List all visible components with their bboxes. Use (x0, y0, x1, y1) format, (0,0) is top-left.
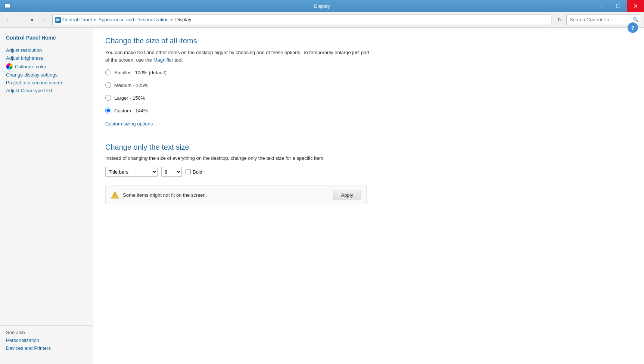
font-size-select[interactable]: 6 7 8 9 10 11 12 (161, 167, 182, 177)
refresh-button[interactable]: ↻ (554, 15, 565, 25)
calibrate-color-icon (6, 63, 13, 70)
radio-larger-input[interactable] (105, 95, 111, 101)
section2-title: Change only the text size (105, 143, 632, 152)
svg-rect-2 (6, 8, 9, 9)
radio-smaller-label: Smaller - 100% (default) (114, 70, 167, 75)
sidebar-calibrate-color[interactable]: Calibrate color (0, 62, 93, 71)
window-controls: – □ ✕ (592, 0, 644, 12)
breadcrumb-appearance[interactable]: Appearance and Personalization (99, 17, 169, 22)
radio-medium-label: Medium - 125% (114, 83, 148, 88)
radio-medium[interactable]: Medium - 125% (105, 82, 632, 88)
sidebar-personalization[interactable]: Personalization (0, 336, 93, 344)
warning-icon: ! (111, 191, 119, 199)
radio-smaller-input[interactable] (105, 69, 111, 75)
text-item-select[interactable]: Title bars Menus Message boxes Palette t… (105, 167, 158, 177)
section1-desc: You can make text and other items on the… (105, 49, 632, 63)
search-icon: 🔍 (633, 17, 639, 22)
text-size-row: Title bars Menus Message boxes Palette t… (105, 167, 632, 177)
help-button[interactable]: ? (628, 28, 638, 33)
radio-smaller[interactable]: Smaller - 100% (default) (105, 69, 632, 75)
section1-desc-text3: tool. (175, 57, 184, 63)
warning-text: Some items might not fit on the screen. (123, 192, 207, 198)
sidebar-change-display-settings[interactable]: Change display settings (0, 71, 93, 79)
sidebar-adjust-brightness[interactable]: Adjust brightness (0, 54, 93, 62)
magnifier-link[interactable]: Magnifier (153, 57, 173, 63)
see-also-label: See also (0, 329, 93, 336)
warning-left: ! Some items might not fit on the screen… (111, 191, 207, 199)
bold-checkbox-label[interactable]: Bold (186, 169, 202, 175)
app-icon (4, 2, 11, 10)
up-button[interactable]: ↑ (39, 15, 49, 25)
section1-desc-text2: of the screen, use the (105, 57, 152, 63)
radio-custom-label: Custom - 144% (114, 108, 148, 113)
breadcrumb-sep-2: ► (170, 18, 174, 22)
content-area: ? Change the size of all items You can m… (93, 28, 644, 364)
sidebar-project-second-screen[interactable]: Project to a second screen (0, 79, 93, 87)
sidebar-control-panel-home[interactable]: Control Panel Home (0, 34, 93, 42)
radio-larger-label: Larger - 150% (114, 95, 145, 101)
close-button[interactable]: ✕ (627, 0, 644, 12)
sidebar: Control Panel Home Adjust resolution Adj… (0, 28, 93, 364)
bold-checkbox-input[interactable] (186, 169, 191, 174)
radio-larger[interactable]: Larger - 150% (105, 95, 632, 101)
radio-custom-input[interactable] (105, 108, 111, 113)
warning-bar: ! Some items might not fit on the screen… (105, 186, 367, 204)
sidebar-adjust-resolution[interactable]: Adjust resolution (0, 46, 93, 54)
sidebar-calibrate-color-label: Calibrate color (15, 64, 46, 69)
forward-button[interactable]: → (15, 15, 25, 25)
breadcrumb-icon (55, 17, 61, 23)
sidebar-bottom: See also Personalization Devices and Pri… (0, 316, 93, 358)
radio-medium-input[interactable] (105, 82, 111, 88)
section2-desc: Instead of changing the size of everythi… (105, 155, 632, 161)
title-bar: Display – □ ✕ (0, 0, 644, 12)
breadcrumb-sep-1: ► (93, 18, 97, 22)
section1-desc-text1: You can make text and other items on the… (105, 50, 370, 55)
sidebar-adjust-cleartype[interactable]: Adjust ClearType text (0, 87, 93, 94)
dropdown-button[interactable]: ▼ (27, 15, 37, 25)
minimize-button[interactable]: – (592, 0, 610, 12)
back-button[interactable]: ← (3, 15, 13, 25)
breadcrumb: Control Panel ► Appearance and Personali… (52, 15, 551, 25)
apply-button[interactable]: Apply (333, 190, 361, 200)
svg-text:!: ! (114, 193, 116, 198)
window-title: Display (314, 3, 330, 9)
bold-label: Bold (193, 169, 202, 175)
breadcrumb-current: Display (175, 17, 192, 22)
size-options-group: Smaller - 100% (default) Medium - 125% L… (105, 69, 632, 113)
sidebar-devices-printers[interactable]: Devices and Printers (0, 344, 93, 352)
custom-sizing-link[interactable]: Custom sizing options (105, 121, 153, 127)
sidebar-divider (0, 325, 93, 326)
main-container: Control Panel Home Adjust resolution Adj… (0, 28, 644, 364)
maximize-button[interactable]: □ (610, 0, 627, 12)
section1-title: Change the size of all items (105, 37, 632, 45)
address-bar: ← → ▼ ↑ Control Panel ► Appearance and P… (0, 12, 644, 28)
radio-custom[interactable]: Custom - 144% (105, 108, 632, 113)
svg-rect-1 (5, 4, 10, 7)
breadcrumb-control-panel[interactable]: Control Panel (62, 17, 92, 22)
svg-rect-4 (56, 19, 59, 21)
